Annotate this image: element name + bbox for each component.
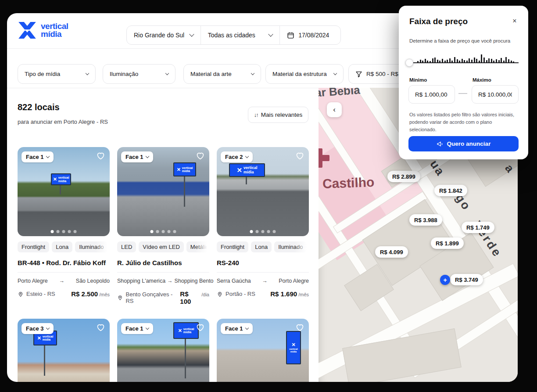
megaphone-icon xyxy=(437,140,444,147)
billboard-pole xyxy=(246,176,247,184)
brand-logo: verticalmídia xyxy=(18,22,68,39)
billboard-pole xyxy=(184,176,185,207)
listing-price: R$ 2.500 xyxy=(71,290,98,298)
results-subtitle: para anunciar em Porto Alegre - RS xyxy=(18,119,108,125)
divider xyxy=(217,272,309,273)
face-select[interactable]: Face 1 xyxy=(221,323,253,334)
listing-title: RS-240 xyxy=(217,259,309,266)
favorite-heart-icon[interactable] xyxy=(295,323,304,332)
chevron-down-icon xyxy=(251,72,254,75)
district-label: Castilho xyxy=(322,175,374,191)
arrow-right-icon: → xyxy=(262,278,268,284)
max-price-input[interactable] xyxy=(472,85,519,104)
map-price-pin[interactable]: R$ 1.749 xyxy=(462,222,494,233)
location-pin-icon xyxy=(217,291,223,297)
filter-media-type[interactable]: Tipo de mídia xyxy=(18,64,96,84)
price-period: /mês xyxy=(99,292,110,297)
tag: Metálico xyxy=(186,241,209,252)
brand-wordmark: verticalmídia xyxy=(41,22,68,38)
face-select[interactable]: Face 3 xyxy=(21,323,54,334)
billboard: ✕ verticalmídia xyxy=(229,163,265,177)
state-select[interactable]: Rio Grande do Sul xyxy=(127,26,200,44)
listing-card[interactable]: Face 1 ✕verticalmídia LED Vídeo em LED M… xyxy=(117,147,209,305)
face-select[interactable]: Face 2 xyxy=(221,151,253,162)
city-select[interactable]: Todas as cidades xyxy=(200,26,280,44)
filter-structure-material[interactable]: Material da estrutura xyxy=(265,64,344,84)
modal-title: Faixa de preço xyxy=(409,17,468,26)
tag: Lona xyxy=(251,241,272,252)
chevron-down-icon xyxy=(245,326,249,330)
route-row: Shopping L'america → Shopping Bento xyxy=(117,278,209,284)
face-select[interactable]: Face 1 xyxy=(21,151,54,162)
tag: Lona xyxy=(52,241,72,252)
billboard-pole xyxy=(185,339,186,378)
map-price-pin[interactable]: R$ 2.899 xyxy=(387,171,420,182)
chevron-down-icon xyxy=(146,326,149,330)
advertise-button[interactable]: Quero anunciar xyxy=(408,136,519,151)
listing-photo[interactable]: Face 1 ✕verticalmídia xyxy=(217,319,309,382)
favorite-heart-icon[interactable] xyxy=(196,323,205,332)
listing-photo[interactable]: Face 1 ✕verticalmídia xyxy=(117,147,209,236)
price-slider-handle[interactable] xyxy=(405,59,413,67)
arrow-right-icon: → xyxy=(167,278,173,284)
plus-icon: + xyxy=(443,277,447,284)
map-price-pin[interactable]: R$ 3.749 xyxy=(450,274,483,285)
divider xyxy=(18,272,110,273)
filter-art-material[interactable]: Material da arte xyxy=(183,64,261,84)
date-picker[interactable]: 17/08/2024 xyxy=(279,26,340,44)
billboard: ✕verticalmídia xyxy=(51,173,71,185)
carousel-dots[interactable] xyxy=(150,230,176,233)
chevron-down-icon xyxy=(46,155,50,158)
listing-card[interactable]: Face 1 ✕verticalmídia Frontlight Lona Il… xyxy=(18,147,110,298)
chevron-left-icon: ‹ xyxy=(333,105,336,114)
tag-list: Frontlight Lona Iluminado xyxy=(18,241,110,252)
favorite-heart-icon[interactable] xyxy=(196,151,205,160)
carousel-dots[interactable] xyxy=(250,230,276,233)
header-location-group: Rio Grande do Sul Todas as cidades 17/08… xyxy=(126,25,341,45)
map-cluster-plus[interactable]: + xyxy=(440,275,450,285)
location-pin-icon xyxy=(117,295,123,301)
modal-disclaimer: Os valores listados pelo filtro são valo… xyxy=(409,111,519,133)
map-price-pin[interactable]: R$ 4.099 xyxy=(375,246,408,258)
listing-photo[interactable]: Face 2 ✕ verticalmídia xyxy=(217,147,309,236)
listing-card[interactable]: Face 1 ✕verticalmídia xyxy=(117,319,209,382)
listing-card[interactable]: Face 2 ✕ verticalmídia Frontlight Lona I… xyxy=(217,147,309,298)
listing-card[interactable]: Face 1 ✕verticalmídia xyxy=(217,319,309,382)
tag: LED xyxy=(117,241,136,252)
location-pin-icon xyxy=(18,291,24,297)
favorite-heart-icon[interactable] xyxy=(295,151,304,160)
listing-city: Esteio - RS xyxy=(18,291,55,297)
funnel-icon xyxy=(355,71,362,78)
tag: Iluminado xyxy=(75,241,107,252)
chevron-down-icon xyxy=(245,155,249,158)
face-select[interactable]: Face 1 xyxy=(121,323,153,334)
close-icon[interactable]: × xyxy=(510,16,519,26)
chevron-down-icon xyxy=(46,326,50,330)
listing-card[interactable]: Face 3 ✕verticalmídia xyxy=(18,319,110,382)
face-select[interactable]: Face 1 xyxy=(121,151,153,162)
map-price-pin[interactable]: R$ 1.842 xyxy=(434,185,467,196)
range-dash xyxy=(458,93,467,94)
map-price-pin[interactable]: R$ 3.988 xyxy=(409,214,442,226)
listing-photo[interactable]: Face 3 ✕verticalmídia xyxy=(18,319,110,382)
listing-photo[interactable]: Face 1 ✕verticalmídia xyxy=(18,147,110,236)
price-range-modal: Faixa de preço × Determine a faixa de pr… xyxy=(399,6,528,159)
carousel-dots[interactable] xyxy=(51,230,77,233)
min-price-input[interactable] xyxy=(408,85,455,104)
listing-price: R$ 100 xyxy=(180,290,200,305)
billboard: ✕verticalmídia xyxy=(286,331,301,364)
chevron-down-icon xyxy=(189,32,194,36)
chevron-down-icon xyxy=(165,72,169,75)
map-price-pin[interactable]: R$ 1.899 xyxy=(431,237,464,249)
listing-photo[interactable]: Face 1 ✕verticalmídia xyxy=(117,319,209,382)
sort-button[interactable]: ↓↑ Mais relevantes xyxy=(248,107,308,123)
filter-lighting[interactable]: Iluminação xyxy=(103,64,175,84)
listing-title: BR-448 • Rod. Dr. Fábio Koff xyxy=(18,259,110,266)
chevron-down-icon xyxy=(146,155,149,158)
chevron-down-icon xyxy=(86,72,89,75)
collapse-map-button[interactable]: ‹ xyxy=(327,102,342,117)
favorite-heart-icon[interactable] xyxy=(96,323,105,332)
favorite-heart-icon[interactable] xyxy=(96,151,105,160)
billboard: ✕verticalmídia xyxy=(173,162,196,176)
tag: Frontlight xyxy=(217,241,248,252)
